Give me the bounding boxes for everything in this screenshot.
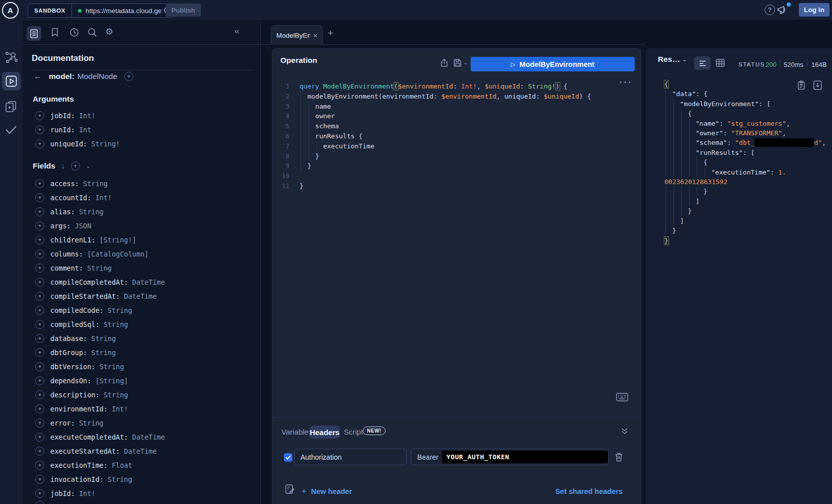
header-key-input[interactable]	[294, 449, 407, 465]
doc-crumb-type[interactable]: ModelNode	[78, 72, 117, 81]
table-view-icon[interactable]	[716, 59, 725, 67]
add-field-button[interactable]: +	[35, 207, 44, 216]
add-type-button[interactable]: +	[124, 72, 133, 81]
code-line[interactable]: 11}	[272, 181, 640, 191]
documentation-icon[interactable]	[30, 29, 38, 38]
code-line[interactable]: 1query ModelByEnvironment($environmentId…	[272, 81, 640, 92]
environment-variables-icon[interactable]	[285, 484, 294, 494]
close-tab-icon[interactable]: ×	[313, 31, 318, 40]
indent-guide	[697, 167, 697, 177]
search-icon[interactable]	[88, 28, 97, 37]
tab-headers-active[interactable]: Headers	[310, 426, 340, 439]
publish-button[interactable]: Publish	[166, 4, 201, 17]
add-all-fields-button[interactable]: +	[71, 161, 80, 171]
auth-token-redacted[interactable]: YOUR_AUTH_TOKEN	[442, 451, 608, 463]
code-line[interactable]: 2 modelByEnvironment(environmentId: $env…	[272, 92, 640, 102]
meta-separator	[780, 59, 780, 67]
share-operation-icon[interactable]	[440, 58, 448, 67]
new-tab-icon[interactable]: +	[328, 28, 333, 39]
save-menu-chevron-icon[interactable]: ⌄	[463, 59, 468, 66]
code-token: "owner"	[696, 129, 723, 137]
settings-icon[interactable]: ⚙	[105, 26, 113, 37]
delete-header-icon[interactable]	[615, 452, 623, 462]
notification-dot	[787, 3, 791, 7]
schema-nav-icon[interactable]	[5, 50, 18, 64]
operation-collections-icon[interactable]	[5, 101, 18, 114]
code-token: ) {	[579, 93, 591, 100]
add-field-button[interactable]: +	[35, 125, 44, 134]
add-field-button[interactable]: +	[35, 461, 44, 470]
add-field-button[interactable]: +	[35, 362, 44, 371]
code-line[interactable]: 7 executionTime	[272, 141, 640, 151]
add-field-button[interactable]: +	[35, 111, 44, 120]
code-line[interactable]: 9 }	[272, 161, 640, 171]
code-line[interactable]: 5 schema	[272, 121, 640, 131]
add-field-button[interactable]: +	[35, 249, 44, 259]
add-field-button[interactable]: +	[35, 278, 44, 287]
status-label: STATUS	[738, 61, 765, 67]
field-name: access:	[50, 180, 79, 188]
save-operation-icon[interactable]	[453, 59, 462, 67]
add-field-button[interactable]: +	[35, 264, 44, 273]
add-field-button[interactable]: +	[35, 433, 44, 442]
operation-tab[interactable]: ModelByEnvi… ×	[271, 25, 323, 45]
collapse-panel-icon[interactable]: «	[235, 26, 239, 36]
add-field-button[interactable]: +	[35, 306, 44, 315]
bookmarks-icon[interactable]	[51, 28, 58, 37]
code-line[interactable]: 3 name	[272, 102, 640, 112]
announcements-icon[interactable]	[777, 5, 788, 15]
field-name: childrenL1:	[50, 236, 95, 244]
add-field-button[interactable]: +	[35, 292, 44, 301]
code-token: "runResults"	[696, 149, 743, 156]
code-line[interactable]: 6 runResults {	[272, 131, 640, 141]
query-editor[interactable]: 1query ModelByEnvironment($environmentId…	[272, 81, 640, 191]
help-icon[interactable]: ?	[765, 5, 775, 15]
header-enabled-checkbox[interactable]	[284, 453, 292, 462]
explorer-nav-icon[interactable]	[6, 75, 17, 87]
indent-guide	[665, 138, 666, 147]
add-field-button[interactable]: +	[35, 447, 44, 456]
add-field-button[interactable]: +	[35, 376, 44, 385]
run-operation-button[interactable]: ▷ ModelByEnvironment	[471, 57, 635, 71]
indent-guide	[673, 109, 674, 118]
add-field-button[interactable]: +	[35, 489, 44, 498]
indent-guide	[673, 206, 674, 216]
add-field-button[interactable]: +	[35, 221, 44, 230]
add-field-button[interactable]: +	[35, 404, 44, 413]
new-header-button[interactable]: + New header	[301, 486, 352, 496]
checks-nav-icon[interactable]	[5, 125, 18, 135]
field-name: args:	[50, 222, 71, 230]
field-add-partial[interactable]: +	[35, 501, 44, 504]
login-button[interactable]: Log in	[799, 3, 829, 17]
add-field-button[interactable]: +	[35, 390, 44, 399]
add-field-button[interactable]: +	[35, 475, 44, 484]
code-line[interactable]: 10	[272, 171, 640, 181]
tab-variables[interactable]: Variables	[281, 428, 312, 436]
response-format-toggle-active[interactable]	[694, 56, 711, 70]
add-field-button[interactable]: +	[35, 320, 44, 329]
add-field-button[interactable]: +	[35, 334, 44, 343]
add-field-button[interactable]: +	[35, 348, 44, 357]
sort-fields-icon[interactable]: ↓	[61, 162, 65, 170]
tab-script[interactable]: Script	[344, 428, 363, 436]
indent-guide	[309, 151, 309, 161]
history-icon[interactable]	[69, 28, 79, 37]
keyboard-shortcuts-icon[interactable]	[616, 393, 628, 401]
endpoint-url-input[interactable]: https://metadata.cloud.getd	[86, 7, 161, 15]
add-field-button[interactable]: +	[35, 179, 44, 188]
add-field-button[interactable]: +	[35, 418, 44, 428]
add-field-button[interactable]: +	[35, 235, 44, 244]
field-type: String!	[87, 140, 120, 148]
response-dropdown-chevron-icon[interactable]: ⌄	[682, 56, 687, 63]
indent-guide	[689, 138, 690, 147]
response-line: "owner": "TRANSFORMER",	[664, 128, 828, 138]
code-line[interactable]: 4 owner	[272, 111, 640, 121]
header-value-field[interactable]: Bearer YOUR_AUTH_TOKEN	[411, 449, 609, 465]
code-line[interactable]: 8 }	[272, 151, 640, 161]
chevron-down-icon[interactable]: ⌄	[86, 163, 91, 170]
back-arrow-icon[interactable]: ←	[34, 72, 42, 81]
set-shared-headers-link[interactable]: Set shared headers	[555, 487, 623, 495]
collapse-section-icon[interactable]	[621, 427, 629, 435]
add-field-button[interactable]: +	[35, 193, 44, 202]
add-field-button[interactable]: +	[35, 139, 44, 148]
